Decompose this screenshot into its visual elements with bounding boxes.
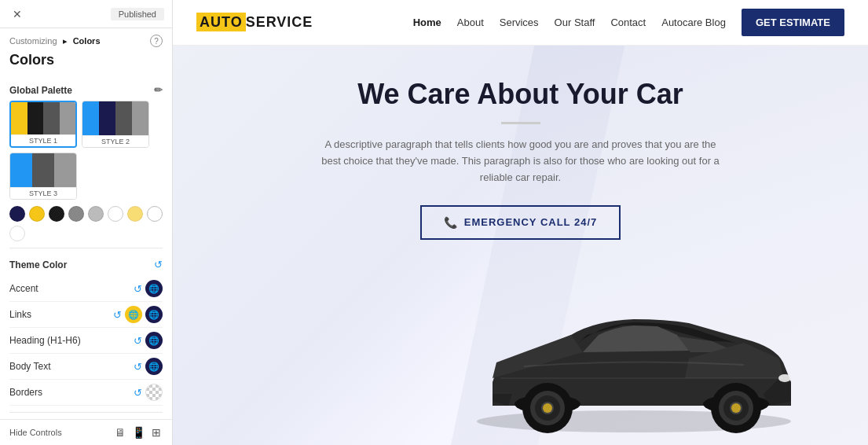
accent-reset[interactable]: ↺ <box>134 283 142 295</box>
accent-row: Accent ↺ 🌐 <box>9 276 163 302</box>
theme-color-header: Theme Color ↺ <box>9 255 163 274</box>
nav-services[interactable]: Services <box>500 17 539 28</box>
links-color2[interactable]: 🌐 <box>145 306 163 323</box>
close-button[interactable]: ✕ <box>8 6 27 22</box>
svg-point-13 <box>543 403 552 413</box>
edit-palette-icon[interactable]: ✏ <box>154 84 163 96</box>
hero-title: We Care About Your Car <box>317 77 725 111</box>
links-reset[interactable]: ↺ <box>113 309 122 321</box>
hero-content: We Care About Your Car A descriptive par… <box>317 77 725 240</box>
nav-contact[interactable]: Contact <box>610 17 646 28</box>
customizer-panel: ✕ Published Customizing ▸ Colors ? Color… <box>0 0 173 445</box>
palette-style-2[interactable]: STYLE 2 <box>82 101 149 148</box>
body-text-row: Body Text ↺ 🌐 <box>9 354 163 380</box>
links-color1[interactable]: 🌐 <box>125 306 142 323</box>
borders-label: Borders <box>9 387 42 398</box>
dot-black[interactable] <box>49 206 64 222</box>
global-palette-label: Global Palette ✏ <box>9 84 163 96</box>
panel-content: Global Palette ✏ STYLE 1 <box>0 76 172 419</box>
logo-highlighted: AUTO <box>196 13 246 31</box>
logo-suffix: SERVICE <box>246 14 313 30</box>
color-dots <box>9 206 163 241</box>
dot-gray-outline[interactable] <box>147 206 163 222</box>
nav-links: Home About Services Our Staff Contact Au… <box>413 17 726 28</box>
accent-color[interactable]: 🌐 <box>145 280 163 297</box>
theme-color-reset[interactable]: ↺ <box>154 259 163 270</box>
body-text-color[interactable]: 🌐 <box>145 358 163 375</box>
hero-section: We Care About Your Car A descriptive par… <box>173 46 868 445</box>
emergency-btn-label: EMERGENCY CALL 24/7 <box>464 216 598 228</box>
body-text-reset[interactable]: ↺ <box>134 361 142 373</box>
breadcrumb: Customizing ▸ Colors <box>9 36 101 46</box>
section-title: Colors <box>0 49 172 76</box>
hide-controls-label: Hide Controls <box>9 428 62 437</box>
nav-our-staff[interactable]: Our Staff <box>555 17 595 28</box>
palette-styles-row2: STYLE 3 <box>9 153 163 200</box>
borders-reset[interactable]: ↺ <box>134 387 142 399</box>
style2-label: STYLE 2 <box>82 135 148 147</box>
hero-description: A descriptive paragraph that tells clien… <box>317 137 725 186</box>
get-estimate-button[interactable]: GET ESTIMATE <box>742 9 844 36</box>
phone-icon: 📞 <box>444 216 458 229</box>
website-nav: AUTOSERVICE Home About Services Our Staf… <box>173 0 868 46</box>
dot-navy[interactable] <box>9 206 25 222</box>
style1-label: STYLE 1 <box>11 134 75 146</box>
website-preview: AUTOSERVICE Home About Services Our Staf… <box>173 0 868 445</box>
heading-row: Heading (H1-H6) ↺ 🌐 <box>9 328 163 354</box>
dot-yellow[interactable] <box>29 206 45 222</box>
dot-light-outline[interactable] <box>9 226 25 241</box>
dot-lightgray[interactable] <box>88 206 104 222</box>
dot-white[interactable] <box>108 206 123 222</box>
hide-controls-bar: Hide Controls 🖥 📱 ⊞ <box>0 419 172 445</box>
borders-row: Borders ↺ <box>9 380 163 406</box>
accent-label: Accent <box>9 283 38 294</box>
nav-about[interactable]: About <box>457 17 484 28</box>
help-icon[interactable]: ? <box>150 35 163 47</box>
links-label: Links <box>9 309 31 320</box>
site-logo: AUTOSERVICE <box>196 14 313 31</box>
dot-yellow-outline[interactable] <box>127 206 143 222</box>
nav-autocare-blog[interactable]: Autocare Blog <box>661 17 726 28</box>
car-image <box>445 256 822 445</box>
desktop-view-icon[interactable]: 🖥 <box>113 425 127 440</box>
borders-color[interactable] <box>145 384 163 401</box>
mobile-view-icon[interactable]: 📱 <box>130 425 147 440</box>
links-row: Links ↺ 🌐 🌐 <box>9 302 163 328</box>
heading-label: Heading (H1-H6) <box>9 335 81 346</box>
published-badge: Published <box>111 8 164 20</box>
breadcrumb-row: Customizing ▸ Colors ? <box>0 28 172 49</box>
palette-style-3[interactable]: STYLE 3 <box>9 153 77 200</box>
palette-style-1[interactable]: STYLE 1 <box>9 101 77 148</box>
emergency-call-button[interactable]: 📞 EMERGENCY CALL 24/7 <box>420 205 621 240</box>
style3-label: STYLE 3 <box>10 187 76 199</box>
heading-color[interactable]: 🌐 <box>145 332 163 349</box>
car-svg <box>445 256 822 445</box>
layout-view-icon[interactable]: ⊞ <box>150 425 163 440</box>
hero-divider <box>501 122 540 124</box>
palette-styles-row1: STYLE 1 STYLE 2 <box>9 101 163 148</box>
svg-point-12 <box>731 403 741 413</box>
top-bar: ✕ Published <box>0 0 172 28</box>
theme-color-title: Theme Color <box>9 259 67 270</box>
dot-gray[interactable] <box>68 206 84 222</box>
body-text-label: Body Text <box>9 361 50 372</box>
heading-reset[interactable]: ↺ <box>134 335 142 347</box>
nav-home[interactable]: Home <box>413 17 441 28</box>
